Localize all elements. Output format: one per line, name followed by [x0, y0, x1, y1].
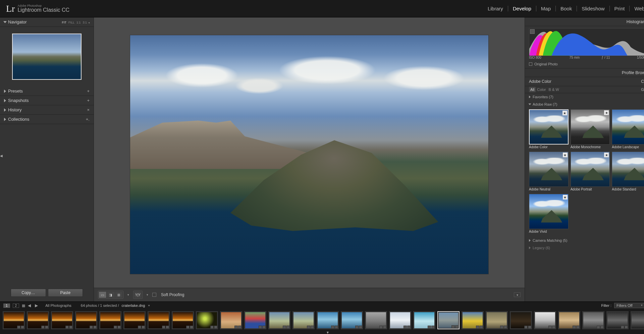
panel-action-icon[interactable]: +. [86, 117, 90, 122]
zoom-1-1[interactable]: 1:1 [76, 21, 81, 24]
filmstrip-thumb[interactable] [486, 311, 508, 329]
histogram[interactable] [529, 28, 644, 55]
favorite-star-icon[interactable]: ★ [563, 153, 568, 157]
profile-group-adobe-raw[interactable]: Adobe Raw (7) [525, 101, 644, 108]
filmstrip-thumb[interactable]: ★★★★★ [51, 311, 73, 329]
profile-tile-adobe-standard[interactable]: ★Adobe Standard [612, 152, 644, 192]
expand-bottom-icon[interactable]: ▼ [326, 331, 329, 334]
module-library[interactable]: Library [483, 6, 508, 11]
before-after-dropdown-icon[interactable]: ▾ [146, 293, 149, 296]
profile-tile-adobe-neutral[interactable]: ★Adobe Neutral [529, 152, 569, 192]
nav-back-icon[interactable]: ◀ [27, 303, 32, 308]
profile-group-favorites[interactable]: Favorites (7) [525, 93, 644, 101]
zoom-fill[interactable]: FILL [68, 21, 74, 24]
source-label[interactable]: All Photographs [45, 303, 71, 308]
filmstrip-thumb[interactable] [437, 311, 460, 329]
secondary-display-2-button[interactable]: 2 [13, 303, 19, 308]
filmstrip-thumb[interactable] [341, 311, 363, 329]
profile-close-button[interactable]: Close [641, 79, 644, 84]
filmstrip-thumb[interactable] [99, 311, 121, 329]
toolbar-more-button[interactable]: ▾ [514, 292, 521, 297]
filename-dropdown-icon[interactable]: ▼ [148, 304, 150, 307]
view-mode-dropdown-icon[interactable]: ▾ [127, 293, 130, 296]
panel-collections[interactable]: Collections+. [0, 115, 94, 124]
module-print[interactable]: Print [610, 6, 630, 11]
histogram-header[interactable]: Histogram ▼ [525, 17, 644, 26]
loupe-view-button[interactable]: ▭ [99, 292, 106, 298]
module-book[interactable]: Book [556, 6, 577, 11]
profile-tile-adobe-color[interactable]: ★Adobe Color [529, 109, 569, 150]
zoom-fit[interactable]: FIT [62, 21, 66, 24]
paste-button[interactable]: Paste [48, 289, 83, 297]
filmstrip-thumb[interactable]: ★ [148, 311, 170, 329]
filter-preset-dropdown[interactable]: Filters Off [614, 303, 644, 308]
main-image[interactable] [130, 35, 488, 274]
zoom-more-icon[interactable]: ◂ [88, 21, 90, 24]
panel-snapshots[interactable]: Snapshots+ [0, 96, 94, 105]
favorite-star-icon[interactable]: ★ [562, 111, 567, 115]
filmstrip-thumb[interactable] [172, 311, 194, 329]
profile-tile-adobe-portrait[interactable]: ★Adobe Portrait [571, 152, 610, 192]
original-photo-row[interactable]: Original Photo [525, 61, 644, 68]
filmstrip-thumb[interactable] [317, 311, 339, 329]
swap-button[interactable]: Y|Y [134, 292, 142, 298]
left-panel: Navigator FITFILL1:13:1◂ Presets+Snapsho… [0, 17, 94, 301]
panel-action-icon[interactable]: × [87, 107, 90, 112]
module-map[interactable]: Map [536, 6, 556, 11]
panel-action-icon[interactable]: + [87, 89, 90, 94]
favorite-star-icon[interactable]: ★ [604, 153, 609, 157]
filmstrip-thumb[interactable] [510, 311, 532, 329]
profile-tab-color[interactable]: Color [536, 87, 547, 92]
filmstrip-thumb[interactable] [244, 311, 266, 329]
profile-browser-header[interactable]: Profile Browser [525, 68, 644, 77]
profile-tab-all[interactable]: All [529, 87, 536, 92]
expand-left-icon[interactable]: ◀ [0, 154, 3, 158]
badge-icon [69, 326, 72, 329]
grid-view-icon[interactable]: ▦ [22, 303, 24, 308]
filmstrip-thumb[interactable] [462, 311, 484, 329]
panel-history[interactable]: History× [0, 105, 94, 115]
filmstrip-thumb[interactable] [292, 311, 315, 329]
filmstrip-thumb[interactable]: ★ [75, 311, 97, 329]
profile-tile-adobe-monochrome[interactable]: ★Adobe Monochrome [571, 109, 610, 150]
filmstrip-thumb[interactable] [220, 311, 242, 329]
module-slideshow[interactable]: Slideshow [577, 6, 609, 11]
badge-icon [480, 326, 483, 329]
copy-button[interactable]: Copy… [11, 289, 46, 297]
profile-view-toggle[interactable]: Grid ▴▾ [641, 88, 644, 92]
module-web[interactable]: Web [630, 6, 644, 11]
filmstrip-thumb[interactable] [413, 311, 435, 329]
filmstrip-thumb[interactable]: ★★★ [27, 311, 49, 329]
profile-tile-adobe-vivid[interactable]: ★Adobe Vivid [529, 194, 569, 234]
module-develop[interactable]: Develop [508, 6, 536, 11]
navigator-thumbnail[interactable] [12, 34, 82, 80]
filmstrip-thumb[interactable] [558, 311, 580, 329]
secondary-display-1-button[interactable]: 1 [3, 303, 10, 308]
favorite-star-icon[interactable]: ★ [604, 110, 609, 115]
exif-shutter: 1/500 sec [623, 56, 644, 59]
soft-proof-checkbox[interactable] [152, 293, 156, 297]
profile-tab-bw[interactable]: B & W [547, 87, 560, 92]
zoom-3-1[interactable]: 3:1 [83, 21, 87, 24]
profile-group-legacy[interactable]: Legacy (6) [525, 244, 644, 252]
filmstrip-thumb[interactable] [606, 311, 629, 329]
filmstrip-thumb[interactable] [365, 311, 387, 329]
panel-presets[interactable]: Presets+ [0, 87, 94, 96]
panel-action-icon[interactable]: + [87, 98, 90, 103]
filename-label[interactable]: craterlake.dng [122, 303, 145, 308]
profile-group-camera-matching[interactable]: Camera Matching (5) [525, 237, 644, 244]
filmstrip-thumb[interactable] [196, 311, 218, 329]
filmstrip-thumb[interactable]: ★ [3, 311, 25, 329]
filmstrip-thumb[interactable] [582, 311, 604, 329]
before-after-lr-button[interactable]: ◨ [107, 292, 114, 298]
profile-tile-adobe-landscape[interactable]: ★Adobe Landscape [612, 109, 644, 150]
navigator-header[interactable]: Navigator FITFILL1:13:1◂ [0, 17, 94, 27]
before-after-tb-button[interactable]: ⊞ [115, 292, 122, 298]
favorite-star-icon[interactable]: ★ [563, 195, 568, 200]
filmstrip-thumb[interactable] [631, 311, 644, 329]
filmstrip-thumb[interactable] [534, 311, 556, 329]
filmstrip-thumb[interactable] [389, 311, 411, 329]
filmstrip-thumb[interactable]: ★★★★ [123, 311, 146, 329]
nav-forward-icon[interactable]: ▶ [34, 303, 39, 308]
filmstrip-thumb[interactable] [268, 311, 290, 329]
